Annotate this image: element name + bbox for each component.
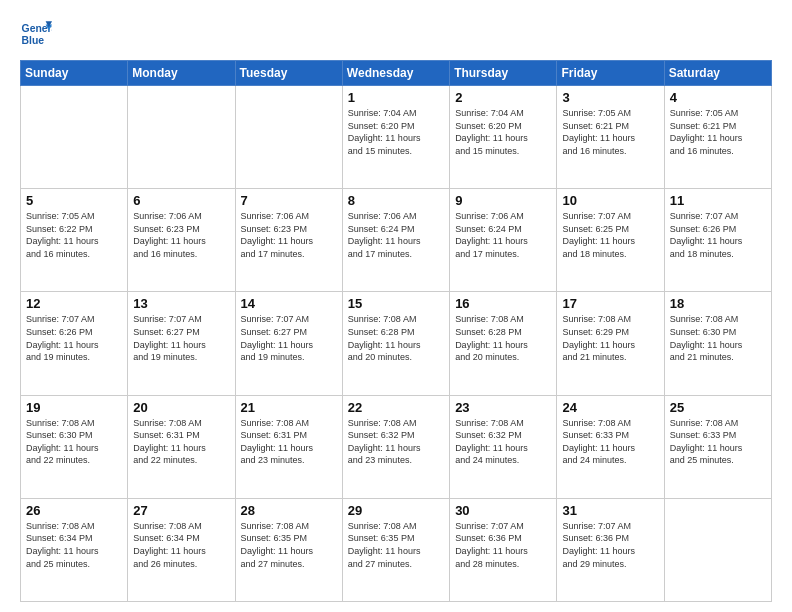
day-info: Sunrise: 7:08 AM Sunset: 6:28 PM Dayligh… [348,313,444,363]
weekday-header-friday: Friday [557,61,664,86]
day-info: Sunrise: 7:07 AM Sunset: 6:27 PM Dayligh… [133,313,229,363]
day-info: Sunrise: 7:07 AM Sunset: 6:36 PM Dayligh… [455,520,551,570]
calendar-cell: 1Sunrise: 7:04 AM Sunset: 6:20 PM Daylig… [342,86,449,189]
logo-icon: General Blue [20,18,52,50]
day-number: 14 [241,296,337,311]
calendar-cell: 25Sunrise: 7:08 AM Sunset: 6:33 PM Dayli… [664,395,771,498]
calendar-cell: 29Sunrise: 7:08 AM Sunset: 6:35 PM Dayli… [342,498,449,601]
day-info: Sunrise: 7:08 AM Sunset: 6:28 PM Dayligh… [455,313,551,363]
day-number: 16 [455,296,551,311]
day-info: Sunrise: 7:06 AM Sunset: 6:23 PM Dayligh… [241,210,337,260]
day-info: Sunrise: 7:05 AM Sunset: 6:21 PM Dayligh… [670,107,766,157]
day-info: Sunrise: 7:08 AM Sunset: 6:31 PM Dayligh… [133,417,229,467]
day-info: Sunrise: 7:04 AM Sunset: 6:20 PM Dayligh… [348,107,444,157]
day-number: 20 [133,400,229,415]
calendar-cell: 14Sunrise: 7:07 AM Sunset: 6:27 PM Dayli… [235,292,342,395]
calendar-cell [21,86,128,189]
calendar-cell: 22Sunrise: 7:08 AM Sunset: 6:32 PM Dayli… [342,395,449,498]
day-info: Sunrise: 7:08 AM Sunset: 6:33 PM Dayligh… [562,417,658,467]
day-info: Sunrise: 7:06 AM Sunset: 6:24 PM Dayligh… [455,210,551,260]
calendar-cell: 15Sunrise: 7:08 AM Sunset: 6:28 PM Dayli… [342,292,449,395]
calendar-cell [235,86,342,189]
day-info: Sunrise: 7:08 AM Sunset: 6:32 PM Dayligh… [455,417,551,467]
day-info: Sunrise: 7:06 AM Sunset: 6:23 PM Dayligh… [133,210,229,260]
day-info: Sunrise: 7:07 AM Sunset: 6:25 PM Dayligh… [562,210,658,260]
day-number: 1 [348,90,444,105]
calendar-cell: 9Sunrise: 7:06 AM Sunset: 6:24 PM Daylig… [450,189,557,292]
day-number: 4 [670,90,766,105]
calendar-cell: 4Sunrise: 7:05 AM Sunset: 6:21 PM Daylig… [664,86,771,189]
day-number: 5 [26,193,122,208]
day-number: 21 [241,400,337,415]
day-info: Sunrise: 7:08 AM Sunset: 6:35 PM Dayligh… [348,520,444,570]
day-number: 12 [26,296,122,311]
calendar-table: SundayMondayTuesdayWednesdayThursdayFrid… [20,60,772,602]
calendar-cell: 11Sunrise: 7:07 AM Sunset: 6:26 PM Dayli… [664,189,771,292]
day-number: 18 [670,296,766,311]
page: General Blue SundayMondayTuesdayWednesda… [0,0,792,612]
calendar-cell: 26Sunrise: 7:08 AM Sunset: 6:34 PM Dayli… [21,498,128,601]
calendar-cell: 24Sunrise: 7:08 AM Sunset: 6:33 PM Dayli… [557,395,664,498]
day-number: 19 [26,400,122,415]
day-number: 30 [455,503,551,518]
logo: General Blue [20,18,56,50]
calendar-cell [128,86,235,189]
weekday-header-tuesday: Tuesday [235,61,342,86]
weekday-header-monday: Monday [128,61,235,86]
day-number: 23 [455,400,551,415]
weekday-header-row: SundayMondayTuesdayWednesdayThursdayFrid… [21,61,772,86]
day-number: 25 [670,400,766,415]
day-info: Sunrise: 7:08 AM Sunset: 6:30 PM Dayligh… [26,417,122,467]
calendar-cell: 3Sunrise: 7:05 AM Sunset: 6:21 PM Daylig… [557,86,664,189]
day-info: Sunrise: 7:07 AM Sunset: 6:27 PM Dayligh… [241,313,337,363]
day-number: 3 [562,90,658,105]
calendar-cell: 17Sunrise: 7:08 AM Sunset: 6:29 PM Dayli… [557,292,664,395]
calendar-cell: 5Sunrise: 7:05 AM Sunset: 6:22 PM Daylig… [21,189,128,292]
calendar-cell: 31Sunrise: 7:07 AM Sunset: 6:36 PM Dayli… [557,498,664,601]
day-info: Sunrise: 7:08 AM Sunset: 6:30 PM Dayligh… [670,313,766,363]
day-info: Sunrise: 7:04 AM Sunset: 6:20 PM Dayligh… [455,107,551,157]
header: General Blue [20,18,772,50]
day-number: 9 [455,193,551,208]
day-number: 8 [348,193,444,208]
calendar-cell: 13Sunrise: 7:07 AM Sunset: 6:27 PM Dayli… [128,292,235,395]
calendar-cell: 7Sunrise: 7:06 AM Sunset: 6:23 PM Daylig… [235,189,342,292]
calendar-cell: 6Sunrise: 7:06 AM Sunset: 6:23 PM Daylig… [128,189,235,292]
day-number: 26 [26,503,122,518]
week-row-5: 26Sunrise: 7:08 AM Sunset: 6:34 PM Dayli… [21,498,772,601]
day-number: 17 [562,296,658,311]
calendar-cell: 16Sunrise: 7:08 AM Sunset: 6:28 PM Dayli… [450,292,557,395]
calendar-cell [664,498,771,601]
day-info: Sunrise: 7:08 AM Sunset: 6:32 PM Dayligh… [348,417,444,467]
week-row-4: 19Sunrise: 7:08 AM Sunset: 6:30 PM Dayli… [21,395,772,498]
day-number: 15 [348,296,444,311]
calendar-cell: 12Sunrise: 7:07 AM Sunset: 6:26 PM Dayli… [21,292,128,395]
day-number: 11 [670,193,766,208]
day-info: Sunrise: 7:07 AM Sunset: 6:26 PM Dayligh… [670,210,766,260]
day-info: Sunrise: 7:08 AM Sunset: 6:31 PM Dayligh… [241,417,337,467]
day-number: 22 [348,400,444,415]
day-number: 6 [133,193,229,208]
day-info: Sunrise: 7:07 AM Sunset: 6:26 PM Dayligh… [26,313,122,363]
calendar-cell: 2Sunrise: 7:04 AM Sunset: 6:20 PM Daylig… [450,86,557,189]
day-number: 13 [133,296,229,311]
calendar-cell: 8Sunrise: 7:06 AM Sunset: 6:24 PM Daylig… [342,189,449,292]
day-number: 28 [241,503,337,518]
day-number: 10 [562,193,658,208]
calendar-cell: 23Sunrise: 7:08 AM Sunset: 6:32 PM Dayli… [450,395,557,498]
day-info: Sunrise: 7:05 AM Sunset: 6:22 PM Dayligh… [26,210,122,260]
day-number: 24 [562,400,658,415]
calendar-cell: 20Sunrise: 7:08 AM Sunset: 6:31 PM Dayli… [128,395,235,498]
weekday-header-wednesday: Wednesday [342,61,449,86]
calendar-cell: 30Sunrise: 7:07 AM Sunset: 6:36 PM Dayli… [450,498,557,601]
calendar-cell: 27Sunrise: 7:08 AM Sunset: 6:34 PM Dayli… [128,498,235,601]
day-info: Sunrise: 7:05 AM Sunset: 6:21 PM Dayligh… [562,107,658,157]
day-number: 7 [241,193,337,208]
calendar-cell: 18Sunrise: 7:08 AM Sunset: 6:30 PM Dayli… [664,292,771,395]
day-number: 31 [562,503,658,518]
day-number: 2 [455,90,551,105]
day-info: Sunrise: 7:08 AM Sunset: 6:34 PM Dayligh… [26,520,122,570]
calendar-cell: 19Sunrise: 7:08 AM Sunset: 6:30 PM Dayli… [21,395,128,498]
day-number: 27 [133,503,229,518]
svg-text:Blue: Blue [22,35,45,46]
